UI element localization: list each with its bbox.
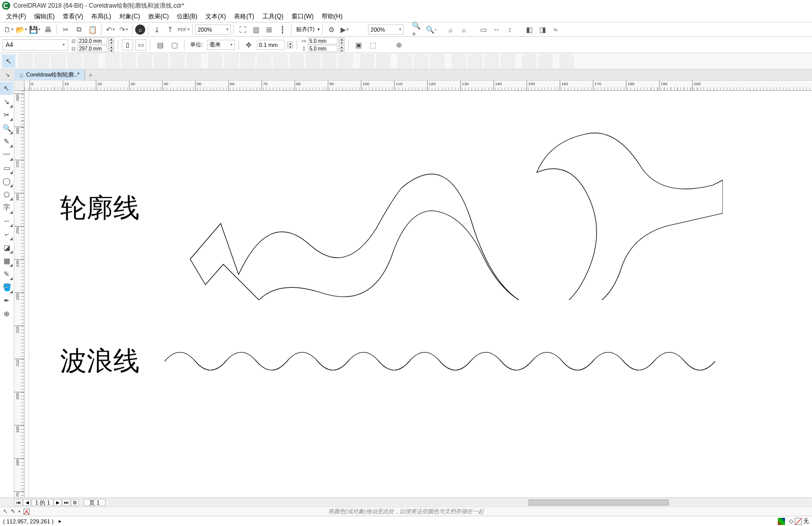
all-pages-icon[interactable]: ▤: [154, 39, 166, 51]
landscape-button[interactable]: ▭: [135, 39, 146, 51]
menu-查看V[interactable]: 查看(V): [59, 12, 87, 21]
tool-text[interactable]: 字: [0, 201, 13, 214]
print-button[interactable]: 🖶: [42, 23, 54, 36]
menu-窗口W[interactable]: 窗口(W): [287, 12, 318, 21]
horizontal-scrollbar[interactable]: [109, 499, 809, 506]
view-2-icon[interactable]: ◨: [536, 23, 548, 36]
nudge-input[interactable]: [257, 40, 285, 50]
tool-parallel-dim[interactable]: ↔: [0, 214, 13, 228]
page-size-combo[interactable]: A4: [2, 39, 68, 51]
dup-x-input[interactable]: [308, 37, 337, 44]
tool-rectangle[interactable]: ▭: [0, 161, 13, 174]
save-button[interactable]: 💾: [29, 23, 41, 36]
zoom-width-icon[interactable]: ↔: [490, 23, 503, 36]
bbox-icon[interactable]: ⬚: [366, 39, 379, 51]
page-tab-1[interactable]: 页 1: [84, 499, 105, 506]
page-next-button[interactable]: ▶: [54, 499, 62, 506]
undo-button[interactable]: ↶: [104, 23, 116, 36]
fill-none-icon[interactable]: [795, 518, 802, 525]
zoom-level-1[interactable]: 200%: [195, 24, 231, 35]
new-button[interactable]: 🗋: [2, 23, 14, 36]
tool-drop-shadow[interactable]: ◪: [0, 241, 13, 254]
menu-编辑E[interactable]: 编辑(E): [30, 12, 59, 21]
tool-fill[interactable]: 🪣: [0, 281, 13, 294]
menu-帮助H[interactable]: 帮助(H): [318, 12, 347, 21]
tool-artistic[interactable]: 〰: [0, 148, 13, 161]
color-proof-icon[interactable]: [778, 518, 785, 525]
menu-位图B[interactable]: 位图(B): [173, 12, 201, 21]
scroll-thumb[interactable]: [529, 499, 669, 506]
canvas[interactable]: 轮廓线 波浪线: [24, 91, 812, 497]
page-add-button[interactable]: ⊞: [71, 499, 79, 506]
current-page-icon[interactable]: ▢: [168, 39, 180, 51]
treat-as-filled-icon[interactable]: ▣: [352, 39, 364, 51]
view-1-icon[interactable]: ◧: [523, 23, 535, 36]
fullscreen-button[interactable]: ⛶: [237, 23, 249, 36]
redo-button[interactable]: ↷: [117, 23, 129, 36]
menu-效果C[interactable]: 效果(C): [144, 12, 173, 21]
tool-eyedropper[interactable]: ✎: [0, 267, 13, 281]
zoom-in-icon[interactable]: 🔍+: [412, 23, 424, 36]
ruler-vertical[interactable]: 290280270260250240230220210200190180170: [14, 91, 24, 497]
zoom-all-icon[interactable]: ⌕: [458, 23, 470, 36]
zoom-page-icon[interactable]: ▭: [477, 23, 489, 36]
pick-tool-mini[interactable]: ↖: [2, 55, 15, 68]
page-first-button[interactable]: ⏮: [14, 499, 22, 506]
canvas-label-wave[interactable]: 波浪线: [60, 343, 140, 379]
shape-tool-mini[interactable]: ↘: [1, 70, 14, 80]
tool-plus[interactable]: ⊕: [0, 307, 13, 320]
ruler-corner[interactable]: [14, 81, 24, 91]
tool-zoom[interactable]: 🔍: [0, 121, 13, 135]
open-button[interactable]: 📂: [15, 23, 28, 36]
tool-crop[interactable]: ✂: [0, 108, 13, 121]
units-combo[interactable]: 毫米: [207, 40, 235, 50]
snap-label[interactable]: 贴齐(T): [294, 26, 317, 33]
options-button[interactable]: ⚙: [325, 23, 337, 36]
wave-line[interactable]: [165, 346, 715, 377]
page-height-input[interactable]: [77, 45, 107, 52]
dup-y-input[interactable]: [308, 45, 337, 52]
publish-pdf-button[interactable]: PDF: [177, 23, 190, 36]
import-button[interactable]: ⤓: [151, 23, 163, 36]
page-last-button[interactable]: ⏭: [62, 499, 70, 506]
page-prev-button[interactable]: ◀: [23, 499, 31, 506]
tool-transparency[interactable]: ▦: [0, 254, 13, 267]
tool-ellipse[interactable]: ◯: [0, 174, 13, 188]
export-button[interactable]: ⤒: [164, 23, 176, 36]
cut-button[interactable]: ✂: [60, 23, 72, 36]
add-tab-button[interactable]: +: [85, 71, 96, 79]
paste-button[interactable]: 📋: [86, 23, 98, 36]
menu-对象C[interactable]: 对象(C): [115, 12, 144, 21]
menu-布局L[interactable]: 布局(L): [87, 12, 115, 21]
tool-polygon[interactable]: ⬠: [0, 188, 13, 201]
portrait-button[interactable]: ▯: [122, 39, 133, 51]
menu-文件F[interactable]: 文件(F): [2, 12, 30, 21]
ruler-horizontal[interactable]: 0102030405060708090100110120130140150160…: [24, 81, 812, 91]
view-3-icon[interactable]: ≈: [549, 23, 562, 36]
quick-customize-icon[interactable]: ⊕: [393, 39, 405, 51]
tool-outline[interactable]: ✒: [0, 294, 13, 307]
menu-表格T[interactable]: 表格(T): [230, 12, 258, 21]
page-width-input[interactable]: [77, 37, 107, 44]
search-button[interactable]: ⌕: [135, 24, 145, 35]
launch-button[interactable]: ▶: [338, 23, 351, 36]
canvas-label-outline[interactable]: 轮廓线: [60, 190, 140, 226]
outline-curve[interactable]: [172, 121, 723, 300]
zoom-selection-icon[interactable]: ⌕: [444, 23, 457, 36]
tool-freehand[interactable]: ✎: [0, 135, 13, 148]
zoom-height-icon[interactable]: ↕: [504, 23, 516, 36]
zoom-level-2[interactable]: 200%: [368, 24, 404, 35]
show-guides-button[interactable]: ┇: [276, 23, 289, 36]
menu-工具Q[interactable]: 工具(Q): [258, 12, 287, 21]
tool-pick[interactable]: ↖: [0, 82, 13, 95]
nofill-indicator-icon[interactable]: [23, 509, 30, 515]
tool-connector[interactable]: ⌐: [0, 228, 13, 241]
zoom-out-icon[interactable]: 🔍-: [425, 23, 437, 36]
doc-tab-active[interactable]: ⌂ Coreldraw绘制轮廓..*: [14, 69, 85, 81]
copy-button[interactable]: ⧉: [73, 23, 85, 36]
show-rulers-button[interactable]: ▥: [250, 23, 262, 36]
menu-文本X[interactable]: 文本(X): [201, 12, 230, 21]
show-grid-button[interactable]: ⊞: [263, 23, 275, 36]
tool-shape[interactable]: ↘: [0, 95, 13, 108]
fill-icon[interactable]: ◇: [789, 518, 793, 524]
